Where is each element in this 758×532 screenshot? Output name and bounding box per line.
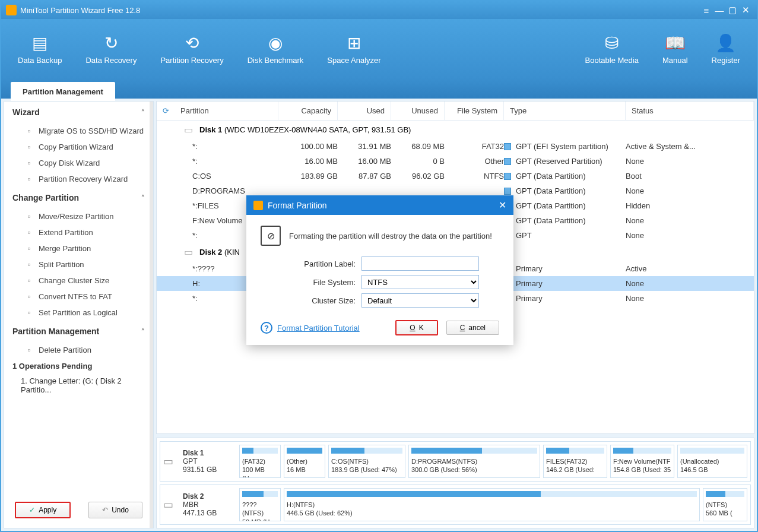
toolbar-partition-recovery[interactable]: ⟲Partition Recovery	[148, 27, 235, 71]
toolbar-icon: 📖	[662, 33, 688, 51]
toolbar-data-backup[interactable]: ▤Data Backup	[6, 27, 74, 71]
toolbar-disk-benchmark[interactable]: ◉Disk Benchmark	[236, 27, 316, 71]
disk-strip-partition[interactable]: (NTFS)560 MB (	[703, 488, 747, 521]
disk-icon: ▭	[163, 488, 180, 521]
sidebar-item[interactable]: ▫Split Partition	[4, 256, 153, 273]
action-icon: ▫	[24, 308, 34, 317]
th-unused[interactable]: Unused	[391, 102, 445, 120]
action-icon: ▫	[24, 276, 34, 285]
tab-partition-management[interactable]: Partition Management	[11, 82, 115, 102]
th-status[interactable]: Status	[626, 102, 754, 120]
disk-strip: ▭Disk 2MBR447.13 GB????(NTFS)50 MB (UseH…	[160, 484, 751, 525]
sidebar-item[interactable]: ▫Extend Partition	[4, 224, 153, 240]
pending-header: 1 Operations Pending	[4, 358, 153, 374]
apply-button[interactable]: ✓Apply	[15, 502, 71, 518]
toolbar-bootable-media[interactable]: ⛁Bootable Media	[573, 27, 651, 71]
toolbar-icon: ↻	[85, 33, 137, 51]
cluster-size-select[interactable]: Default	[361, 293, 479, 308]
toolbar-space-analyzer[interactable]: ⊞Space Analyzer	[315, 27, 392, 71]
cancel-button[interactable]: Cancel	[446, 321, 499, 335]
toolbar-data-recovery[interactable]: ↻Data Recovery	[74, 27, 148, 71]
app-logo-icon	[6, 5, 17, 15]
action-icon: ▫	[24, 126, 34, 135]
toolbar-icon: ⛁	[585, 33, 639, 51]
sidebar-item[interactable]: ▫Partition Recovery Wizard	[4, 171, 153, 187]
sidebar-scrollbar[interactable]	[150, 102, 153, 528]
tutorial-link[interactable]: Format Partition Tutorial	[277, 324, 360, 332]
sidebar-item[interactable]: ▫Move/Resize Partition	[4, 208, 153, 224]
partition-row[interactable]: C:OS183.89 GB87.87 GB96.02 GBNTFSGPT (Da…	[157, 169, 754, 183]
disk-strip-partition[interactable]: H:(NTFS)446.5 GB (Used: 62%)	[284, 488, 700, 521]
partition-label-label: Partition Label:	[261, 259, 361, 268]
filesystem-select[interactable]: NTFS	[361, 275, 479, 289]
maximize-icon[interactable]: ▢	[726, 5, 739, 15]
section-header[interactable]: Partition Management˄	[4, 321, 153, 342]
sidebar-item[interactable]: ▫Change Cluster Size	[4, 273, 153, 289]
window-title: MiniTool Partition Wizard Free 12.8	[20, 6, 700, 15]
dialog-close-icon[interactable]: ✕	[499, 200, 506, 211]
disk-strip-partition[interactable]: (Unallocated)146.5 GB	[677, 445, 747, 478]
dialog-logo-icon	[253, 201, 263, 210]
close-icon[interactable]: ✕	[739, 5, 752, 15]
filesystem-label: File System:	[261, 278, 361, 287]
toolbar-icon: ◉	[248, 33, 304, 51]
th-type[interactable]: Type	[504, 102, 626, 120]
disk-strip-header: Disk 2MBR447.13 GB	[183, 488, 236, 521]
ok-button[interactable]: OK	[395, 320, 437, 335]
disk-icon: ▭	[184, 124, 199, 135]
minimize-icon[interactable]: —	[713, 5, 726, 15]
dialog-title: Format Partition	[268, 201, 327, 210]
action-icon: ▫	[24, 228, 34, 237]
toolbar-manual[interactable]: 📖Manual	[651, 27, 700, 71]
disk-strip-partition[interactable]: (Other)16 MB	[284, 445, 325, 478]
action-icon: ▫	[24, 175, 34, 183]
warning-drive-icon: ⊘	[261, 226, 281, 246]
pending-item[interactable]: 1. Change Letter: (G: ( Disk 2 Partitio.…	[4, 374, 153, 397]
sidebar-item[interactable]: ▫Delete Partition	[4, 342, 153, 358]
disk-strip-partition[interactable]: D:PROGRAMS(NTFS)300.0 GB (Used: 56%)	[408, 445, 540, 478]
th-used[interactable]: Used	[338, 102, 391, 120]
action-icon: ▫	[24, 260, 34, 269]
tab-row: Partition Management	[1, 78, 757, 99]
sidebar-item[interactable]: ▫Migrate OS to SSD/HD Wizard	[4, 123, 153, 139]
refresh-icon[interactable]: ⟳	[157, 102, 175, 120]
disk-icon: ▭	[163, 445, 180, 478]
action-icon: ▫	[24, 212, 34, 221]
disk-strip-partition[interactable]: (FAT32)100 MB (Use	[239, 445, 281, 478]
section-header[interactable]: Change Partition˄	[4, 187, 153, 208]
disk-strip-partition[interactable]: FILES(FAT32)146.2 GB (Used:	[543, 445, 607, 478]
disk-strip-partition[interactable]: C:OS(NTFS)183.9 GB (Used: 47%)	[328, 445, 405, 478]
sidebar: Wizard˄▫Migrate OS to SSD/HD Wizard▫Copy…	[4, 101, 154, 528]
warning-text: Formating the partition will destroy the…	[289, 232, 492, 240]
section-header[interactable]: Wizard˄	[4, 102, 153, 123]
type-color-icon	[504, 173, 511, 180]
toolbar-icon: ⟲	[160, 33, 223, 51]
th-partition[interactable]: Partition	[175, 102, 278, 120]
sidebar-item[interactable]: ▫Copy Partition Wizard	[4, 139, 153, 155]
main-toolbar: ▤Data Backup↻Data Recovery⟲Partition Rec…	[1, 19, 757, 78]
help-icon[interactable]: ?	[261, 322, 272, 334]
th-capacity[interactable]: Capacity	[278, 102, 338, 120]
toolbar-register[interactable]: 👤Register	[700, 27, 752, 71]
partition-row[interactable]: *:16.00 MB16.00 MB0 BOtherGPT (Reserved …	[157, 154, 754, 169]
type-color-icon	[504, 158, 511, 165]
th-filesystem[interactable]: File System	[445, 102, 504, 120]
disk-strip-partition[interactable]: ????(NTFS)50 MB (Use	[239, 488, 281, 521]
sidebar-item[interactable]: ▫Merge Partition	[4, 240, 153, 256]
disk-strip-panel: ▭Disk 1GPT931.51 GB(FAT32)100 MB (Use(Ot…	[156, 438, 754, 528]
disk-strip-partition[interactable]: F:New Volume(NTF154.8 GB (Used: 35	[610, 445, 674, 478]
chevron-up-icon: ˄	[141, 109, 145, 116]
sidebar-item[interactable]: ▫Copy Disk Wizard	[4, 155, 153, 171]
type-color-icon	[504, 188, 511, 195]
partition-label-input[interactable]	[361, 256, 479, 271]
action-icon: ▫	[24, 142, 34, 151]
disk-header-row[interactable]: ▭Disk 1 (WDC WD10EZEX-08WN4A0 SATA, GPT,…	[157, 121, 754, 139]
sidebar-item[interactable]: ▫Set Partition as Logical	[4, 305, 153, 321]
menu-icon[interactable]: ≡	[700, 5, 713, 15]
sidebar-item[interactable]: ▫Convert NTFS to FAT	[4, 289, 153, 305]
toolbar-icon: ⊞	[327, 33, 380, 51]
toolbar-icon: 👤	[712, 33, 740, 51]
partition-row[interactable]: *:100.00 MB31.91 MB68.09 MBFAT32GPT (EFI…	[157, 139, 754, 154]
action-icon: ▫	[24, 244, 34, 253]
undo-button[interactable]: ↶Undo	[88, 502, 142, 518]
